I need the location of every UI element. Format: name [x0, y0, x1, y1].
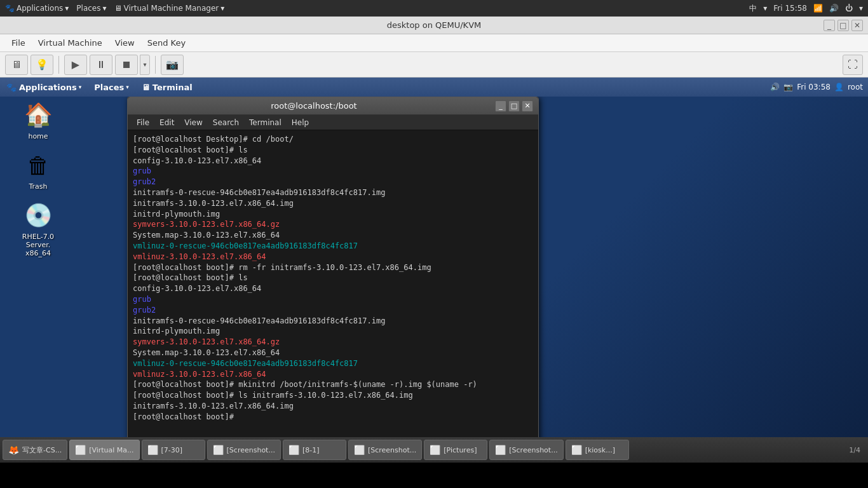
taskbar-item[interactable]: ⬜[Screenshot... [348, 440, 422, 460]
terminal-menubar: File Edit View Search Terminal Help [128, 115, 538, 130]
taskbar-item[interactable]: ⬜[7-30] [142, 440, 205, 460]
terminal-line: grub2 [133, 177, 533, 187]
gnome-terminal-label: Terminal [153, 83, 193, 92]
sysbar-volume-icon: 🔊 [829, 4, 839, 13]
taskbar-item-label: [Screenshot... [509, 446, 557, 454]
terminal-line: symvers-3.10.0-123.el7.x86_64.gz [133, 337, 533, 348]
terminal-line: config-3.10.0-123.el7.x86_64 [133, 283, 533, 294]
term-menu-help[interactable]: Help [287, 117, 314, 128]
toolbar-pause-btn[interactable]: ⏸ [90, 55, 112, 75]
toolbar-fullscreen-btn[interactable]: ⛶ [843, 55, 863, 75]
taskbar-item[interactable]: ⬜[8-1] [283, 440, 346, 460]
taskbar-item-icon: ⬜ [354, 445, 365, 455]
taskbar-item-label: [7-30] [161, 446, 183, 454]
gnome-applications[interactable]: 🐾 Applications ▾ [0, 78, 88, 97]
terminal-title: root@localhost:/boot [133, 101, 495, 111]
desktop-icon-rhel[interactable]: 💿 RHEL-7.0 Server. x86_64 [13, 200, 64, 257]
toolbar-more-btn[interactable]: ▾ [140, 55, 150, 75]
gnome-app-fedora-icon: 🐾 [6, 83, 17, 92]
terminal-line: [root@localhost boot]# [133, 412, 533, 423]
sysbar-places[interactable]: Places ▾ [76, 4, 106, 13]
vmm-menu-virtual-machine[interactable]: Virtual Machine [32, 37, 109, 49]
vmm-titlebar-controls: _ □ ✕ [824, 20, 863, 31]
home-icon: 🏠 [23, 100, 53, 130]
sysbar-separator1: ▾ [763, 4, 767, 13]
toolbar-display-btn[interactable]: 🖥 [5, 55, 28, 75]
toolbar-sep1 [58, 56, 59, 74]
gnome-places-arrow: ▾ [126, 84, 129, 90]
toolbar-play-btn[interactable]: ▶ [64, 55, 87, 75]
toolbar-stop-btn[interactable]: ⏹ [115, 55, 138, 75]
gnome-volume-icon[interactable]: 🔊 [770, 83, 780, 92]
terminal-line: initramfs-3.10.0-123.el7.x86_64.img [133, 198, 533, 209]
gnome-panel-left: 🐾 Applications ▾ Places ▾ 🖥 Terminal [0, 78, 199, 97]
vmm-maximize-btn[interactable]: □ [837, 20, 849, 31]
sysbar-vmm-icon: 🖥 [114, 4, 122, 13]
term-menu-view[interactable]: View [179, 117, 207, 128]
gnome-screenshot-icon[interactable]: 📷 [783, 83, 793, 92]
terminal-line: [root@localhost boot]# rm -fr initramfs-… [133, 262, 533, 273]
terminal-line: [root@localhost boot]# ls initramfs-3.10… [133, 390, 533, 401]
terminal-line: initramfs-0-rescue-946cb0e817ea4adb91618… [133, 316, 533, 327]
sysbar-applications[interactable]: 🐾 Applications ▾ [5, 4, 69, 13]
toolbar-snapshot-btn[interactable]: 📷 [161, 55, 184, 75]
vmm-minimize-btn[interactable]: _ [824, 20, 835, 31]
taskbar-item-label: [8-1] [302, 446, 320, 454]
sysbar-app-icon: 🐾 [5, 4, 15, 13]
terminal-line: [root@localhost boot]# mkinitrd /boot/in… [133, 379, 533, 390]
taskbar-item[interactable]: 🦊写文章-CS... [3, 440, 67, 460]
sysbar-lang[interactable]: 中 [749, 3, 757, 14]
taskbar-item-label: [kiosk...] [585, 446, 615, 454]
vmm-menu-view[interactable]: View [109, 37, 141, 49]
gnome-panel-right: 🔊 📷 Fri 03:58 👤 root [770, 83, 868, 92]
taskbar-item[interactable]: ⬜[Pictures] [424, 440, 487, 460]
desktop-icon-home[interactable]: 🏠 home [13, 100, 64, 140]
vmm-menu-file[interactable]: File [5, 37, 32, 49]
taskbar-item-icon: ⬜ [430, 445, 440, 455]
taskbar-item[interactable]: ⬜[kiosk...] [566, 440, 629, 460]
terminal-maximize-btn[interactable]: □ [508, 100, 520, 112]
gnome-places[interactable]: Places ▾ [88, 78, 135, 97]
desktop-icon-trash[interactable]: 🗑 Trash [13, 150, 64, 191]
terminal-line: [root@localhost Desktop]# cd /boot/ [133, 134, 533, 145]
vmm-menubar: File Virtual Machine View Send Key [0, 34, 868, 52]
terminal-window: root@localhost:/boot _ □ ✕ File Edit Vie… [127, 97, 539, 445]
gnome-applications-arrow: ▾ [79, 84, 82, 90]
trash-icon: 🗑 [23, 150, 53, 180]
terminal-line: vmlinuz-3.10.0-123.el7.x86_64 [133, 252, 533, 262]
terminal-line: initramfs-3.10.0-123.el7.x86_64.img [133, 401, 533, 412]
terminal-line: config-3.10.0-123.el7.x86_64 [133, 156, 533, 166]
taskbar-item[interactable]: ⬜[Virtual Ma... [69, 440, 139, 460]
term-menu-file[interactable]: File [132, 117, 154, 128]
toolbar-bulb-btn[interactable]: 💡 [31, 55, 53, 75]
vmm-menu-send-key[interactable]: Send Key [141, 37, 192, 49]
sysbar-applications-arrow: ▾ [65, 4, 69, 13]
term-menu-terminal[interactable]: Terminal [244, 117, 287, 128]
term-menu-edit[interactable]: Edit [154, 117, 179, 128]
terminal-minimize-btn[interactable]: _ [495, 100, 506, 112]
gnome-user-label: root [848, 83, 863, 92]
terminal-line: vmlinuz-3.10.0-123.el7.x86_64 [133, 369, 533, 380]
term-menu-search[interactable]: Search [208, 117, 244, 128]
taskbar-item[interactable]: ⬜[Screenshot... [489, 440, 563, 460]
gnome-terminal-app-btn[interactable]: 🖥 Terminal [135, 78, 199, 97]
terminal-line: initrd-plymouth.img [133, 209, 533, 220]
system-bar-right: 中 ▾ Fri 15:58 📶 🔊 ⏻ ▾ [749, 3, 863, 14]
toolbar-sep2 [155, 56, 156, 74]
sysbar-power-icon[interactable]: ⏻ [845, 4, 853, 13]
terminal-content[interactable]: [root@localhost Desktop]# cd /boot/[root… [128, 130, 538, 444]
taskbar-item-icon: 🦊 [8, 445, 19, 455]
terminal-line: [root@localhost boot]# ls [133, 273, 533, 283]
taskbar-item-label: [Screenshot... [227, 446, 275, 454]
sysbar-vmm[interactable]: 🖥 Virtual Machine Manager ▾ [114, 4, 225, 13]
home-icon-label: home [28, 132, 48, 140]
sysbar-power-arrow: ▾ [859, 4, 863, 13]
terminal-controls: _ □ ✕ [495, 100, 533, 112]
vmm-close-btn[interactable]: ✕ [851, 20, 863, 31]
terminal-line: grub [133, 166, 533, 177]
terminal-close-btn[interactable]: ✕ [522, 100, 533, 112]
sysbar-vmm-label: Virtual Machine Manager [124, 4, 219, 13]
taskbar-item[interactable]: ⬜[Screenshot... [207, 440, 281, 460]
gnome-user-icon: 👤 [834, 83, 844, 92]
terminal-line: symvers-3.10.0-123.el7.x86_64.gz [133, 219, 533, 230]
